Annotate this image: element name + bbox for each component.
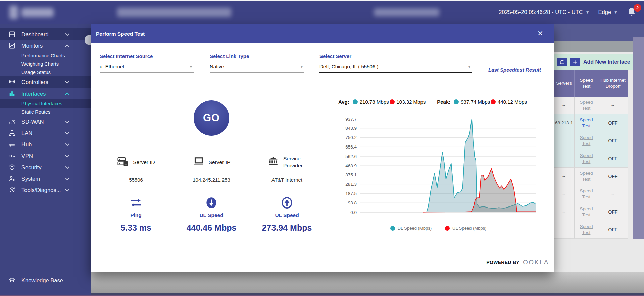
chevron-down-icon: ▼ xyxy=(467,64,472,69)
sidebar-item-tools-diagnos[interactable]: Tools/Diagnos... xyxy=(0,184,91,196)
sidebar-item-label: Static Routes xyxy=(21,109,50,115)
sidebar-item-system[interactable]: System xyxy=(0,173,91,184)
chevron-down-icon: ▼ xyxy=(586,10,590,15)
sidebar-item-label: Security xyxy=(21,164,42,171)
plus-icon-button[interactable] xyxy=(570,58,580,66)
speed-test-link[interactable]: Speed Test xyxy=(575,188,597,200)
hub-icon xyxy=(8,141,16,148)
sidebar-item-knowledge-base[interactable]: Knowledge Base xyxy=(0,274,91,286)
redacted-context-subtitle xyxy=(374,8,439,16)
sidebar-item-security[interactable]: Security xyxy=(0,162,91,173)
upload-circle-icon xyxy=(248,196,326,210)
sidebar-item-vpn[interactable]: VPN xyxy=(0,150,91,162)
speed-test-cell: Speed Test xyxy=(575,203,598,221)
interface-toolbar: Add New Interface xyxy=(554,54,644,70)
card-view-button[interactable] xyxy=(557,58,567,66)
server-cell: -- xyxy=(554,97,575,114)
sidebar-item-controllers[interactable]: Controllers xyxy=(0,76,91,88)
sdwan-icon xyxy=(8,118,16,125)
speed-test-link[interactable]: Speed Test xyxy=(575,206,597,218)
avg-ul-value: 103.32 Mbps xyxy=(397,99,426,105)
dashboard-icon xyxy=(8,31,16,38)
speed-test-link[interactable]: Speed Test xyxy=(575,153,597,164)
link-type-select[interactable]: Select Link Type Native▼ xyxy=(210,53,304,73)
bank-icon xyxy=(267,156,279,169)
chevron-down-icon xyxy=(65,130,69,135)
speed-test-cell: Speed Test xyxy=(575,114,598,132)
sidebar-item-label: Monitors xyxy=(21,43,43,49)
page-bottom-band xyxy=(91,272,644,294)
server-id-block: Server ID 55506 xyxy=(97,154,175,186)
speed-test-link[interactable]: Speed Test xyxy=(575,117,597,129)
sidebar-item-sd-wan[interactable]: SD-WAN xyxy=(0,116,91,127)
link-type-value: Native xyxy=(210,64,224,69)
background-interfaces-panel: Add New Interface Servers Speed Test Hub… xyxy=(554,24,644,272)
chevron-down-icon xyxy=(65,142,69,146)
svg-text:843.9: 843.9 xyxy=(345,126,357,131)
server-select[interactable]: Select Server Deft, Chicago, IL ( 55506 … xyxy=(319,53,472,73)
ookla-branding: POWERED BY OOKLA xyxy=(486,259,549,266)
speed-test-cell: Speed Test xyxy=(575,150,598,168)
sidebar-item-lan[interactable]: LAN xyxy=(0,127,91,139)
table-row: --Speed Test-- xyxy=(554,97,628,114)
redacted-context-title xyxy=(117,8,231,17)
background-header-band xyxy=(554,24,644,41)
server-cell: -- xyxy=(554,221,575,239)
sidebar-item-interfaces[interactable]: Interfaces xyxy=(0,88,91,99)
go-button[interactable]: GO xyxy=(194,100,229,136)
sidebar-nav: DashboardMonitorsPerformance ChartsWeigh… xyxy=(0,24,91,295)
speed-test-link[interactable]: Speed Test xyxy=(575,170,597,182)
svg-text:656.4: 656.4 xyxy=(345,144,357,150)
timezone-selector[interactable]: 2025-05-20 05:46:28 - UTC - UTC ▼ xyxy=(499,9,589,15)
speed-test-cell: Speed Test xyxy=(575,221,598,239)
sidebar-item-static-routes[interactable]: Static Routes xyxy=(0,108,91,116)
section-divider xyxy=(327,85,327,240)
red-dot-icon xyxy=(491,99,496,104)
speed-test-link[interactable]: Speed Test xyxy=(575,224,597,235)
table-header-row: Servers Speed Test Hub Internet Dropoff xyxy=(554,70,628,97)
teal-dot-icon xyxy=(454,99,459,104)
add-new-interface-button[interactable]: Add New Interface xyxy=(583,59,630,65)
dropoff-cell: OFF xyxy=(598,168,628,185)
internet-source-label: Select Internet Source xyxy=(100,53,194,59)
sidebar-item-label: System xyxy=(21,176,40,182)
server-cell: -- xyxy=(554,203,575,221)
sidebar-item-weighting-charts[interactable]: Weighting Charts xyxy=(0,60,91,68)
internet-source-select[interactable]: Select Internet Source u_Ethernet▼ xyxy=(100,53,194,73)
svg-text:281.3: 281.3 xyxy=(345,182,357,187)
edge-selector[interactable]: Edge ▼ xyxy=(598,9,618,15)
sidebar-item-performance-charts[interactable]: Performance Charts xyxy=(0,51,91,60)
server-cell: 68.213.1 xyxy=(554,114,575,132)
red-dot-icon xyxy=(390,99,395,104)
speed-test-link[interactable]: Speed Test xyxy=(575,99,597,111)
sidebar-item-physical-interfaces[interactable]: Physical Interfaces xyxy=(0,99,91,108)
close-icon[interactable]: × xyxy=(538,28,543,38)
server-id-label: Server ID xyxy=(133,159,155,166)
timestamp-text: 2025-05-20 05:46:28 - UTC - UTC xyxy=(499,9,583,15)
graduation-cap-icon xyxy=(8,277,16,284)
sidebar-item-label: Hub xyxy=(21,141,32,148)
svg-text:187.5: 187.5 xyxy=(345,191,357,196)
last-speedtest-result-link[interactable]: Last Speedtest Result xyxy=(488,67,541,73)
speed-test-link[interactable]: Speed Test xyxy=(575,135,597,146)
table-row: --Speed Test-- xyxy=(554,185,628,203)
edge-label: Edge xyxy=(598,9,611,15)
controllers-icon xyxy=(8,78,16,86)
chevron-down-icon: ▼ xyxy=(189,64,193,69)
notifications-button[interactable]: 2 xyxy=(627,7,638,20)
speed-test-cell: Speed Test xyxy=(575,168,598,185)
sidebar-item-dashboard[interactable]: Dashboard xyxy=(0,28,91,40)
svg-text:0.0: 0.0 xyxy=(350,210,357,215)
chevron-up-icon xyxy=(65,44,69,49)
chevron-down-icon xyxy=(65,176,69,180)
tools-icon xyxy=(8,186,16,194)
sidebar-item-usage-status[interactable]: Usage Status xyxy=(0,68,91,76)
chart-summary: Avg: 210.78 Mbps 103.32 Mbps Peak: 937.7… xyxy=(338,99,527,105)
sidebar-item-hub[interactable]: Hub xyxy=(0,139,91,150)
table-row: --Speed TestOFF xyxy=(554,150,628,168)
peak-dl-value: 937.74 Mbps xyxy=(461,99,490,105)
sidebar-item-monitors[interactable]: Monitors xyxy=(0,40,91,51)
dropoff-cell: OFF xyxy=(598,114,628,132)
modal-title: Perform Speed Test xyxy=(96,31,145,37)
server-ip-block: Server IP 104.245.211.253 xyxy=(173,154,250,186)
